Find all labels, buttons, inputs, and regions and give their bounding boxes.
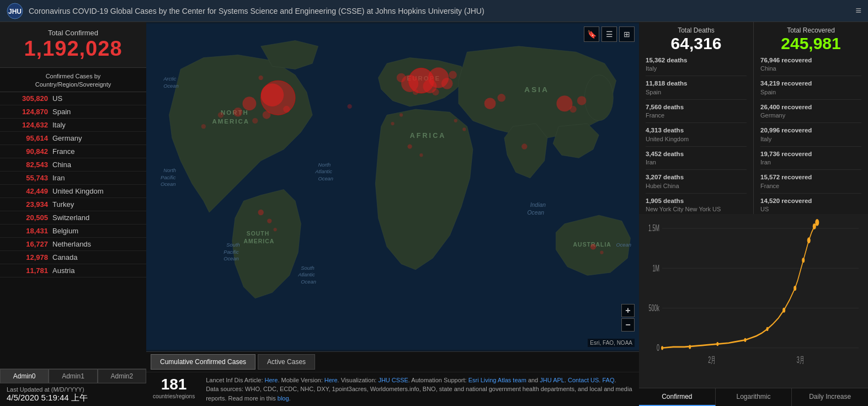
- jhu-csse-link[interactable]: JHU CSSE: [378, 377, 408, 383]
- case-count: 305,820: [7, 94, 48, 103]
- svg-point-82: [782, 308, 785, 313]
- case-row-item[interactable]: 55,743Iran: [0, 172, 146, 185]
- death-stat-row: 7,560 deathsFrance: [646, 100, 747, 123]
- admin-tab-0[interactable]: Admin0: [0, 369, 49, 383]
- svg-point-78: [689, 345, 691, 349]
- case-row-item[interactable]: 305,820US: [0, 92, 146, 105]
- case-count: 20,505: [7, 213, 48, 222]
- zoom-out-button[interactable]: −: [621, 318, 635, 332]
- deaths-total: 64,316: [646, 34, 747, 53]
- death-stat-row: 3,452 deathsIran: [646, 147, 747, 170]
- mobile-link[interactable]: Here: [324, 377, 338, 383]
- zoom-in-button[interactable]: +: [621, 304, 635, 317]
- lancet-here-link[interactable]: Here: [265, 377, 278, 383]
- menu-icon[interactable]: ≡: [855, 5, 861, 17]
- svg-text:2月: 2月: [708, 355, 716, 365]
- death-location: United Kingdom: [646, 135, 747, 143]
- chart-tab-daily[interactable]: Daily Increase: [792, 388, 868, 406]
- svg-point-59: [521, 143, 527, 149]
- svg-point-36: [218, 112, 223, 117]
- svg-point-84: [802, 258, 805, 263]
- info-line2: Data sources: WHO, CDC, ECDC, NHC, DXY, …: [206, 386, 632, 402]
- case-country: Turkey: [52, 200, 74, 209]
- svg-point-46: [413, 89, 418, 95]
- svg-text:1M: 1M: [653, 263, 660, 274]
- recovered-num: 34,219 recovered: [760, 79, 861, 88]
- svg-text:South: South: [301, 265, 314, 271]
- case-country: Switzerland: [52, 213, 89, 222]
- chart-tab-logarithmic[interactable]: Logarithmic: [716, 388, 792, 406]
- case-row-item[interactable]: 42,449United Kingdom: [0, 185, 146, 198]
- svg-text:Pacific: Pacific: [161, 175, 176, 180]
- svg-text:South: South: [226, 242, 239, 248]
- case-country: Iran: [52, 174, 65, 182]
- svg-point-65: [347, 104, 352, 109]
- recovered-stat-row: 14,520 recoveredUS: [760, 194, 861, 214]
- chart-tab-confirmed[interactable]: Confirmed: [639, 388, 716, 406]
- svg-text:3月: 3月: [797, 355, 805, 365]
- tab-active-cases[interactable]: Active Cases: [258, 354, 315, 370]
- recovered-num: 15,572 recovered: [760, 173, 861, 181]
- cases-list[interactable]: 305,820US124,870Spain124,632Italy95,614G…: [0, 92, 146, 368]
- tab-cumulative-confirmed[interactable]: Cumulative Confirmed Cases: [151, 354, 255, 370]
- right-top: Total Deaths 64,316 15,362 deathsItaly11…: [639, 22, 868, 214]
- case-row-item[interactable]: 82,543China: [0, 158, 146, 172]
- svg-point-79: [716, 342, 718, 346]
- svg-point-57: [590, 244, 596, 249]
- case-row-item[interactable]: 11,781Austria: [0, 264, 146, 277]
- jhu-apl-link[interactable]: JHU APL: [540, 377, 565, 383]
- world-map: Arctic Ocean North Pacific Ocean North A…: [146, 22, 639, 351]
- death-num: 11,818 deaths: [646, 79, 747, 88]
- case-country: Netherlands: [52, 240, 91, 248]
- case-row-item[interactable]: 16,727Netherlands: [0, 238, 146, 251]
- svg-text:North: North: [318, 162, 331, 168]
- svg-text:AMERICA: AMERICA: [244, 238, 275, 244]
- svg-point-62: [462, 127, 466, 131]
- contact-link[interactable]: Contact US: [568, 377, 599, 383]
- case-country: Austria: [52, 266, 74, 275]
- case-row-item[interactable]: 12,978Canada: [0, 251, 146, 264]
- recovered-stat-row: 15,572 recoveredFrance: [760, 170, 861, 193]
- app-header: JHU Coronavirus COVID-19 Global Cases by…: [0, 0, 868, 22]
- case-country: Spain: [52, 108, 71, 116]
- case-row-item[interactable]: 23,934Turkey: [0, 198, 146, 211]
- case-country: United Kingdom: [52, 187, 104, 195]
- chart-tabs: Confirmed Logarithmic Daily Increase: [639, 388, 868, 406]
- map-container[interactable]: Arctic Ocean North Pacific Ocean North A…: [146, 22, 639, 351]
- deaths-list: 15,362 deathsItaly11,818 deathsSpain7,56…: [646, 53, 747, 214]
- svg-point-37: [201, 124, 206, 129]
- case-count: 90,842: [7, 147, 48, 156]
- blog-link[interactable]: blog: [278, 395, 289, 402]
- list-button[interactable]: ☰: [601, 26, 617, 42]
- case-row-item[interactable]: 124,870Spain: [0, 105, 146, 119]
- jhu-logo: JHU: [7, 3, 23, 19]
- admin-tab-1[interactable]: Admin1: [49, 369, 97, 383]
- svg-text:500k: 500k: [649, 303, 660, 313]
- case-row-item[interactable]: 90,842France: [0, 145, 146, 158]
- svg-point-34: [263, 111, 271, 119]
- svg-text:Ocean: Ocean: [161, 181, 175, 187]
- svg-point-85: [807, 237, 811, 243]
- case-count: 55,743: [7, 174, 48, 182]
- svg-text:Indian: Indian: [530, 202, 546, 208]
- death-location: Italy: [646, 65, 747, 73]
- case-row-item[interactable]: 124,632Italy: [0, 119, 146, 132]
- svg-text:JHU: JHU: [8, 8, 22, 15]
- recovered-list: 76,946 recoveredChina34,219 recoveredSpa…: [760, 53, 861, 214]
- admin-tab-2[interactable]: Admin2: [98, 369, 146, 383]
- faq-link[interactable]: FAQ: [602, 377, 614, 383]
- grid-button[interactable]: ⊞: [619, 26, 635, 42]
- case-row-item[interactable]: 18,431Belgium: [0, 225, 146, 238]
- total-confirmed-number: 1,192,028: [9, 37, 137, 61]
- bookmark-button[interactable]: 🔖: [584, 26, 599, 42]
- case-count: 124,870: [7, 108, 48, 116]
- countries-number: 181: [161, 376, 187, 393]
- cases-list-header-text: Confirmed Cases byCountry/Region/Soverei…: [35, 73, 111, 88]
- esri-link[interactable]: Esri Living Atlas team: [468, 377, 526, 383]
- lancet-label: Lancet Inf Dis Article:: [206, 377, 264, 383]
- case-row-item[interactable]: 20,505Switzerland: [0, 211, 146, 225]
- svg-point-63: [400, 113, 403, 116]
- case-row-item[interactable]: 95,614Germany: [0, 132, 146, 145]
- svg-point-44: [449, 71, 457, 79]
- death-stat-row: 15,362 deathsItaly: [646, 53, 747, 76]
